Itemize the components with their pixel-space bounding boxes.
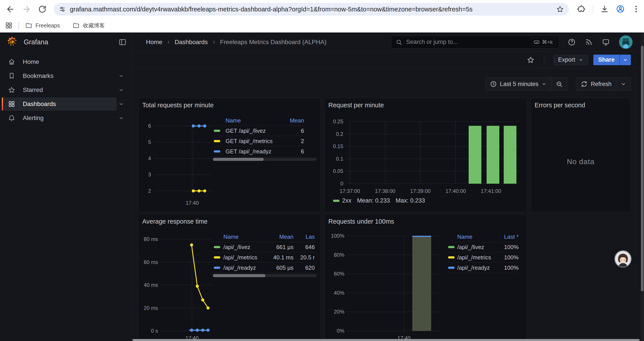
y-tick-label: 80% bbox=[334, 252, 344, 258]
chevron-down-icon[interactable] bbox=[118, 73, 124, 79]
sidebar-item-starred[interactable]: Starred bbox=[0, 83, 132, 97]
legend-scrollbar[interactable] bbox=[213, 158, 317, 161]
legend-row[interactable]: GET /api/_/metrics2 bbox=[213, 136, 304, 146]
scrollbar-thumb[interactable] bbox=[213, 274, 266, 277]
export-button[interactable]: Export bbox=[554, 55, 588, 65]
legend-value: 620 bbox=[294, 264, 315, 271]
share-button[interactable]: Share bbox=[593, 55, 620, 65]
back-icon[interactable] bbox=[6, 5, 15, 14]
legend-series-name: /api/_/metrics bbox=[457, 254, 492, 261]
legend-value: 100% bbox=[492, 264, 518, 271]
menu-kebab-icon[interactable] bbox=[632, 5, 640, 14]
zoom-out-button[interactable] bbox=[551, 78, 567, 91]
legend-row[interactable]: GET /api/_/livez6 bbox=[213, 126, 304, 136]
chevron-down-icon[interactable] bbox=[118, 101, 124, 107]
legend-row[interactable]: /api/_/readyz605 µs620 bbox=[213, 263, 317, 273]
scrollbar-thumb[interactable] bbox=[641, 46, 644, 291]
legend-row[interactable]: GET /api/_/readyz6 bbox=[213, 146, 304, 157]
legend-column-header[interactable]: Las bbox=[294, 233, 315, 240]
y-tick-label: 60 ms bbox=[144, 259, 158, 265]
breadcrumb-dashboards[interactable]: Dashboards bbox=[175, 39, 208, 46]
reload-icon[interactable] bbox=[38, 5, 47, 14]
bookmark-folder-freeleaps[interactable]: Freeleaps bbox=[25, 22, 60, 29]
legend[interactable]: 2xxMean: 0.233Max: 0.233 bbox=[333, 197, 425, 204]
time-range-picker[interactable]: Last 5 minutes bbox=[486, 78, 551, 91]
horizontal-scrollbar[interactable] bbox=[132, 339, 640, 341]
sidebar-item-alerting[interactable]: Alerting bbox=[0, 111, 132, 125]
apps-grid-icon[interactable] bbox=[5, 22, 13, 30]
grafana-logo-icon[interactable] bbox=[6, 36, 18, 48]
extensions-icon[interactable] bbox=[577, 5, 586, 14]
legend-series-name: GET /api/_/livez bbox=[226, 128, 278, 134]
user-avatar[interactable] bbox=[619, 35, 632, 49]
legend-column-header[interactable]: Name bbox=[226, 117, 278, 124]
legend-row[interactable]: /api/_/livez661 µs646 bbox=[213, 242, 317, 252]
forward-icon[interactable] bbox=[22, 5, 31, 14]
panel-errors-per-second[interactable]: Errors per second No data bbox=[530, 98, 631, 212]
scrollbar-thumb[interactable] bbox=[213, 158, 264, 161]
y-tick-label: 40 ms bbox=[144, 282, 158, 288]
search-box[interactable]: ⌘+k bbox=[391, 36, 559, 49]
legend-column-header[interactable]: Name bbox=[457, 233, 492, 240]
browser-toolbar: grafana.mathmast.com/d/deytv4rwavabkb/fr… bbox=[0, 0, 644, 19]
panel-request-per-minute[interactable]: Request per minute 0.250.20.150.10.05017… bbox=[324, 98, 527, 212]
breadcrumb-home[interactable]: Home bbox=[146, 39, 162, 46]
x-tick-label: 17:40:00 bbox=[446, 188, 466, 194]
panel-title[interactable]: Requests under 100ms bbox=[328, 218, 394, 225]
series-2xx bbox=[469, 126, 516, 184]
sidebar-item-home[interactable]: Home bbox=[0, 55, 132, 69]
page-scrollbar[interactable] bbox=[640, 33, 644, 341]
url-bar[interactable]: grafana.mathmast.com/d/deytv4rwavabkb/fr… bbox=[54, 3, 569, 16]
panel-title[interactable]: Average response time bbox=[142, 218, 208, 225]
dashboard-actions-row: Export Share bbox=[132, 52, 640, 68]
chevron-down-icon[interactable] bbox=[118, 87, 124, 93]
bar-chart[interactable]: 0.250.20.150.10.05017:37:0017:38:0017:39… bbox=[324, 98, 527, 212]
refresh-interval-dropdown[interactable] bbox=[616, 78, 631, 91]
legend-column-header[interactable]: Mean bbox=[278, 117, 304, 124]
monitor-icon[interactable] bbox=[602, 38, 610, 46]
legend-column-header[interactable]: Name bbox=[223, 233, 262, 240]
sidebar-item-dashboards[interactable]: Dashboards bbox=[0, 97, 132, 111]
y-tick-label: 3 bbox=[148, 172, 151, 178]
panel-title[interactable]: Total requests per minute bbox=[142, 102, 214, 109]
y-tick-label: 4 bbox=[148, 155, 151, 161]
search-shortcut-badge: ⌘+k bbox=[531, 38, 556, 46]
search-input[interactable] bbox=[406, 38, 531, 46]
legend-row[interactable]: /api/_/metrics40.1 ms20.5 r bbox=[213, 252, 317, 263]
legend-row[interactable]: /api/_/readyz100% bbox=[447, 263, 518, 273]
legend-table: NameLast */api/_/livez100%/api/_/metrics… bbox=[447, 232, 518, 273]
x-tick-label: 17:40 bbox=[186, 200, 199, 206]
download-icon[interactable] bbox=[600, 5, 609, 14]
share-dropdown-button[interactable] bbox=[620, 55, 631, 65]
bookmark-folder-blogs[interactable]: 收藏博客 bbox=[72, 22, 105, 29]
chevron-down-icon[interactable] bbox=[118, 115, 124, 121]
legend-row[interactable]: /api/_/metrics100% bbox=[447, 252, 518, 263]
sidebar-item-bookmarks[interactable]: Bookmarks bbox=[0, 69, 132, 83]
help-icon[interactable] bbox=[568, 38, 576, 46]
panel-average-response-time[interactable]: Average response time 80 ms60 ms40 ms20 … bbox=[138, 214, 321, 341]
refresh-button[interactable]: Refresh bbox=[576, 78, 616, 91]
chevron-down-icon bbox=[578, 57, 584, 63]
sidebar-item-label: Starred bbox=[23, 83, 43, 97]
grid bbox=[346, 122, 520, 184]
sidebar-toggle-icon[interactable] bbox=[118, 38, 127, 46]
favorite-star-icon[interactable] bbox=[527, 56, 534, 64]
y-tick-label: 60% bbox=[334, 271, 344, 277]
legend-series-name[interactable]: 2xx bbox=[342, 197, 351, 204]
bookmark-star-icon[interactable] bbox=[556, 5, 564, 13]
legend-column-header[interactable]: Last * bbox=[492, 233, 518, 240]
url-input[interactable]: grafana.mathmast.com/d/deytv4rwavabkb/fr… bbox=[70, 6, 556, 13]
news-rss-icon[interactable] bbox=[585, 38, 593, 46]
site-settings-icon[interactable] bbox=[58, 6, 66, 13]
y-tick-label: 0.15 bbox=[333, 143, 343, 149]
panel-title[interactable]: Request per minute bbox=[328, 102, 384, 109]
legend-scrollbar[interactable] bbox=[213, 274, 317, 277]
legend-row[interactable]: /api/_/livez100% bbox=[447, 242, 518, 252]
panel-title[interactable]: Errors per second bbox=[534, 102, 585, 109]
panel-total-requests-per-minute[interactable]: Total requests per minute 6543217:40 Nam… bbox=[138, 98, 321, 212]
legend-column-header[interactable]: Mean bbox=[262, 233, 294, 240]
profile-icon[interactable] bbox=[616, 5, 625, 14]
series-color-swatch bbox=[333, 200, 340, 202]
panel-requests-under-100ms[interactable]: Requests under 100ms 100%80%60%40%20%0%1… bbox=[324, 214, 527, 341]
assistant-avatar[interactable] bbox=[615, 251, 631, 267]
